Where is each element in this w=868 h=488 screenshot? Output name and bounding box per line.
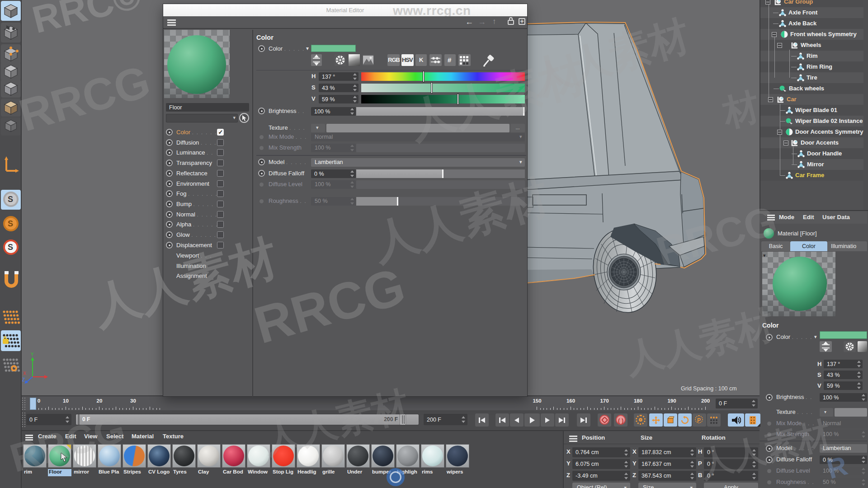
- svg-text:Y: Y: [31, 352, 34, 357]
- svg-text:X: X: [23, 371, 26, 376]
- svg-text:Z: Z: [22, 377, 25, 382]
